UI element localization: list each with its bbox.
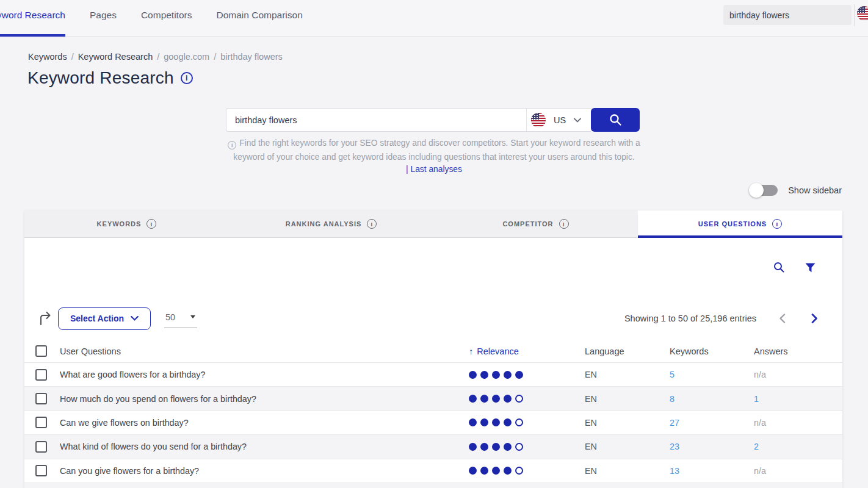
info-icon: i — [772, 219, 782, 229]
next-page-button[interactable] — [811, 314, 818, 323]
relevance-dot-filled — [480, 443, 488, 451]
nav-item-domain-comparison[interactable]: Domain Comparison — [216, 0, 302, 37]
last-analyses-link[interactable]: | Last analyses — [0, 165, 868, 174]
relevance-dot-filled — [504, 467, 512, 475]
relevance-dot-filled — [469, 371, 477, 379]
select-action-label: Select Action — [70, 314, 124, 323]
relevance-dot-filled — [480, 395, 488, 403]
select-all-checkbox[interactable] — [35, 345, 47, 357]
page-size-select[interactable]: 50 — [164, 309, 197, 328]
us-flag-icon[interactable] — [857, 6, 868, 21]
tab-competitor[interactable]: Competitori — [433, 210, 638, 238]
top-search-input[interactable] — [723, 5, 852, 25]
filter-icon[interactable] — [805, 263, 816, 273]
tab-user-questions[interactable]: User Questionsi — [638, 210, 842, 238]
col-header-keywords[interactable]: Keywords — [670, 346, 754, 356]
sidebar-toggle-switch[interactable] — [750, 185, 778, 196]
keywords-count-link[interactable]: 8 — [670, 394, 754, 404]
sort-ascending-icon: ↑ — [469, 346, 473, 356]
page-title: Keyword Research i — [27, 68, 193, 88]
previous-page-button[interactable] — [779, 314, 786, 323]
breadcrumb-separator: / — [214, 52, 216, 62]
breadcrumb-item-birthday-flowers: birthday flowers — [220, 52, 283, 62]
row-checkbox[interactable] — [35, 441, 47, 453]
intro-line2: keyword of your choice and get keyword i… — [0, 151, 868, 165]
top-search-box — [723, 5, 852, 25]
relevance-dot-partial — [515, 467, 523, 475]
country-selector[interactable]: US — [526, 108, 591, 132]
row-checkbox[interactable] — [35, 417, 47, 428]
tab-ranking-analysis[interactable]: Ranking Analysisi — [229, 210, 433, 238]
answers-count[interactable]: 2 — [754, 442, 842, 451]
breadcrumb-separator: / — [71, 52, 74, 62]
relevance-dot-filled — [469, 443, 477, 451]
table-row: What are good flowers for a birthday?EN5… — [24, 363, 842, 387]
relevance-dot-filled — [492, 467, 500, 475]
keywords-count-link[interactable]: 23 — [670, 442, 754, 451]
chevron-down-icon — [131, 316, 139, 321]
nav-items: Keyword ResearchPagesCompetitorsDomain C… — [0, 0, 303, 37]
keyword-input[interactable] — [226, 115, 526, 125]
user-question-text[interactable]: What are good flowers for a birthday? — [60, 370, 469, 379]
tab-label: Keywords — [97, 220, 142, 228]
search-button[interactable] — [591, 108, 640, 132]
row-checkbox[interactable] — [35, 369, 47, 381]
relevance-dots — [469, 418, 585, 426]
results-panel: KeywordsiRanking AnalysisiCompetitoriUse… — [24, 210, 842, 488]
user-question-text[interactable]: Can you give flowers for a birthday? — [60, 466, 469, 476]
table-search-icon[interactable] — [773, 262, 785, 273]
language-value: EN — [585, 370, 670, 379]
relevance-dot-filled — [504, 443, 512, 451]
show-sidebar-control: Show sidebar — [750, 185, 842, 196]
panel-tools — [773, 262, 816, 273]
language-value: EN — [585, 466, 670, 476]
export-icon[interactable] — [38, 312, 52, 325]
keywords-count-link[interactable]: 27 — [670, 418, 754, 428]
col-header-language[interactable]: Language — [585, 346, 670, 356]
caret-down-icon — [190, 315, 195, 318]
keywords-count-link[interactable]: 13 — [670, 466, 754, 476]
nav-item-pages[interactable]: Pages — [90, 0, 117, 37]
user-question-text[interactable]: What kind of flowers do you send for a b… — [60, 442, 469, 451]
user-question-text[interactable]: Can we give flowers on birthday? — [60, 418, 469, 428]
toggle-knob — [749, 183, 764, 198]
relevance-dot-filled — [504, 371, 512, 379]
select-action-dropdown[interactable]: Select Action — [58, 307, 151, 330]
keywords-count-link[interactable]: 5 — [670, 370, 754, 379]
col-header-user-questions[interactable]: User Questions — [60, 346, 469, 356]
relevance-dot-partial — [515, 395, 523, 403]
table-header-row: User Questions ↑Relevance Language Keywo… — [24, 340, 842, 363]
breadcrumb-item-google.com[interactable]: google.com — [164, 52, 209, 62]
intro-line1: Find the right keywords for your SEO str… — [239, 138, 640, 148]
language-value: EN — [585, 442, 670, 451]
answers-count[interactable]: 1 — [754, 394, 842, 404]
keyword-search-bar: US — [226, 108, 640, 132]
relevance-dot-filled — [469, 418, 477, 426]
breadcrumb-item-keywords[interactable]: Keywords — [28, 52, 67, 62]
row-checkbox[interactable] — [35, 465, 47, 476]
relevance-dot-partial — [515, 443, 523, 451]
answers-count: n/a — [754, 418, 842, 428]
nav-item-keyword-research[interactable]: Keyword Research — [0, 0, 65, 37]
breadcrumb-item-keyword-research[interactable]: Keyword Research — [78, 52, 153, 62]
relevance-dot-filled — [492, 443, 500, 451]
top-navigation-bar: Keyword ResearchPagesCompetitorsDomain C… — [0, 0, 868, 37]
relevance-dot-filled — [515, 371, 523, 379]
relevance-dot-filled — [469, 467, 477, 475]
tab-keywords[interactable]: Keywordsi — [24, 210, 229, 238]
relevance-dot-filled — [480, 371, 488, 379]
tab-bar: KeywordsiRanking AnalysisiCompetitoriUse… — [24, 210, 842, 238]
col-header-relevance[interactable]: ↑Relevance — [469, 346, 585, 356]
language-value: EN — [585, 394, 670, 404]
nav-item-competitors[interactable]: Competitors — [141, 0, 192, 37]
user-questions-table: User Questions ↑Relevance Language Keywo… — [24, 340, 842, 488]
row-checkbox[interactable] — [35, 393, 47, 404]
info-icon[interactable]: i — [181, 72, 193, 84]
relevance-dot-filled — [492, 418, 500, 426]
table-row: Can we give flowers on birthday?EN27n/a — [24, 411, 842, 435]
tab-label: Competitor — [502, 220, 553, 228]
keyword-input-box — [226, 108, 526, 132]
search-icon — [609, 113, 622, 126]
col-header-answers[interactable]: Answers — [754, 346, 842, 356]
user-question-text[interactable]: How much do you spend on flowers for a b… — [60, 394, 469, 404]
